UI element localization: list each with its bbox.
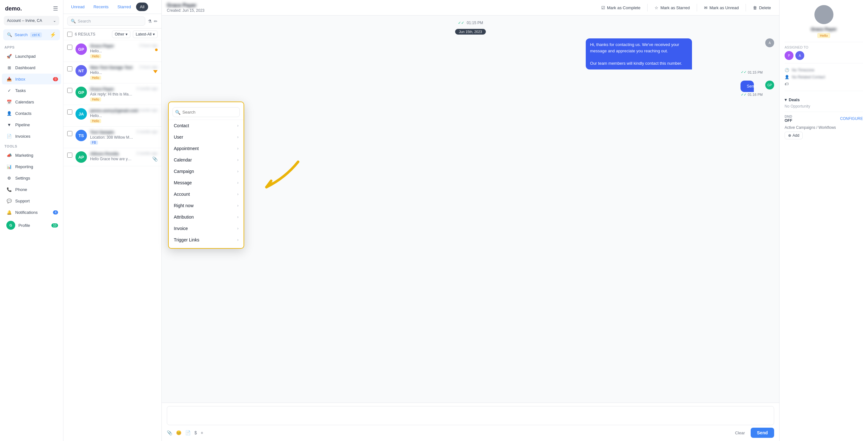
contacts-icon: 👤 [6, 110, 12, 116]
date-badge: Jun 15th, 2023 [455, 29, 486, 35]
conv-checkbox[interactable] [67, 153, 72, 158]
add-campaign-btn[interactable]: ⊕ Add [784, 132, 803, 139]
dropdown-search-input[interactable] [173, 107, 240, 117]
search-bar: 🔍 Search ⚗ ✏ [63, 14, 161, 29]
dropdown-item-message[interactable]: Message › [169, 177, 244, 188]
timezone-icon: 🕐 [784, 68, 789, 72]
avatar: G [6, 221, 15, 230]
sidebar-item-settings[interactable]: ⚙ Settings [2, 173, 61, 183]
chevron-right-icon: › [237, 158, 239, 162]
calendar-icon: 📅 [6, 99, 12, 105]
sidebar-item-pipeline[interactable]: ▼ Pipeline [2, 119, 61, 130]
search-icon: 🔍 [71, 19, 76, 24]
tab-all[interactable]: All [136, 3, 148, 11]
contact-details-section: 🕐 No Timezone 👤 No Related Contact 🏷 [784, 63, 863, 91]
avatar: NT [75, 65, 87, 77]
dropdown-item-calendar[interactable]: Calendar › [169, 154, 244, 166]
sidebar-item-calendars[interactable]: 📅 Calendars [2, 96, 61, 107]
send-btn[interactable]: Send [751, 428, 774, 438]
tab-starred[interactable]: Starred [114, 3, 135, 11]
inbox-icon: 📥 [6, 76, 12, 82]
tab-unread[interactable]: Unread [67, 3, 89, 11]
conv-checkbox[interactable] [67, 131, 72, 136]
sidebar-item-contacts[interactable]: 👤 Contacts [2, 108, 61, 119]
chat-input-box[interactable] [167, 406, 774, 425]
campaigns-section: Active Campaigns / Workflows ⊕ Add [784, 125, 863, 139]
conv-meta: 2 months ago [136, 108, 158, 112]
message-row: Hi, thanks for contacting us. We've rece… [167, 38, 774, 74]
mark-starred-btn[interactable]: ☆ Mark as Starred [651, 3, 693, 12]
dropdown-item-rightnow[interactable]: Right now › [169, 200, 244, 211]
list-item[interactable]: GP Grace Payer Ask reply: Hi this is May… [63, 83, 161, 105]
dropdown-item-appointment[interactable]: Appointment › [169, 143, 244, 154]
conv-content: james.avery@gmail.com Hello... Hello [90, 108, 133, 123]
dropdown-item-contact[interactable]: Contact › [169, 120, 244, 131]
chevron-right-icon: › [237, 180, 239, 185]
dollar-icon[interactable]: $ [194, 430, 197, 435]
sidebar-item-inbox[interactable]: 📥 Inbox 0 [2, 74, 61, 84]
filter-other-btn[interactable]: Other ▾ [112, 30, 130, 38]
list-item[interactable]: TS Test Sample Location: 308 Willow May … [63, 126, 161, 148]
dropdown-item-trigger-links[interactable]: Trigger Links › [169, 234, 244, 245]
dropdown-item-campaign[interactable]: Campaign › [169, 166, 244, 177]
configure-link[interactable]: CONFIGURE [840, 116, 863, 121]
avatar: A [765, 38, 774, 47]
attachment-icon[interactable]: 📎 [167, 430, 172, 435]
plus-icon[interactable]: + [201, 430, 203, 435]
conv-tag: Hello [90, 76, 101, 80]
conv-checkbox[interactable] [67, 66, 72, 71]
assigned-section: ASSIGNED TO P A [784, 42, 863, 63]
delete-btn[interactable]: 🗑 Delete [750, 3, 774, 12]
related-contact-value: No Related Contact [792, 75, 825, 79]
conv-checkbox[interactable] [67, 45, 72, 50]
dnd-info: DND OFF [784, 115, 792, 123]
avatar: P [784, 51, 794, 60]
sidebar-search-btn[interactable]: 🔍 Search ctrl K ⚡ [3, 29, 60, 40]
filter-icon[interactable]: ⚗ [148, 19, 152, 24]
sidebar-item-marketing[interactable]: 📣 Marketing [2, 150, 61, 160]
sidebar-item-notifications[interactable]: 🔔 Notifications 4 [2, 207, 61, 218]
dropdown-item-invoice[interactable]: Invoice › [169, 223, 244, 234]
info-row-tags: 🏷 [784, 81, 863, 88]
document-icon[interactable]: 📄 [185, 430, 191, 435]
tab-recents[interactable]: Recents [90, 3, 113, 11]
chevron-right-icon: › [237, 123, 239, 128]
conv-time: 2 hours ago [139, 65, 158, 69]
mark-unread-btn[interactable]: ✉ Mark as Unread [701, 3, 742, 12]
sidebar-item-phone[interactable]: 📞 Phone [2, 184, 61, 195]
sidebar-item-tasks[interactable]: ✓ Tasks [2, 85, 61, 96]
conv-checkbox[interactable] [67, 110, 72, 115]
conv-checkbox[interactable] [67, 88, 72, 93]
dropdown-item-account[interactable]: Account › [169, 188, 244, 200]
support-icon: 💬 [6, 198, 12, 204]
select-all-checkbox[interactable] [67, 32, 72, 37]
dropdown-item-user[interactable]: User › [169, 131, 244, 143]
flagged-icon [153, 70, 158, 73]
sidebar-item-invoices[interactable]: 📄 Invoices [2, 131, 61, 142]
conv-time: 2 months ago [136, 151, 158, 155]
dropdown-item-attribution[interactable]: Attribution › [169, 211, 244, 223]
edit-icon[interactable]: ✏ [154, 19, 158, 24]
emoji-icon[interactable]: 😊 [176, 430, 181, 435]
avatar: GP [75, 43, 87, 55]
hamburger-icon[interactable]: ☰ [53, 5, 58, 12]
conv-time: 2 months ago [136, 87, 158, 90]
sidebar-item-launchpad[interactable]: 🚀 Launchpad [2, 51, 61, 62]
sidebar-item-profile[interactable]: G Profile 10 [2, 218, 61, 232]
mark-complete-btn[interactable]: ☑ Mark as Complete [598, 3, 644, 12]
sidebar-item-reporting[interactable]: 📊 Reporting [2, 161, 61, 172]
list-item[interactable]: JA james.avery@gmail.com Hello... Hello … [63, 105, 161, 126]
list-item[interactable]: GP Grace Payer Hello... Hello 2 hours ag… [63, 40, 161, 62]
filter-latest-btn[interactable]: Latest-All ▾ [133, 30, 158, 38]
account-selector[interactable]: Account -- Irvine, CA ⌄ [4, 16, 59, 25]
conv-preview: Hello... [90, 114, 133, 118]
chat-header: Grace Payer Created: Jun 15, 2023 ☑ Mark… [162, 0, 779, 16]
notifications-badge: 4 [53, 210, 58, 214]
contact-avatar [814, 5, 833, 24]
sidebar-item-dashboard[interactable]: ⊞ Dashboard [2, 62, 61, 73]
sidebar-item-support[interactable]: 💬 Support [2, 196, 61, 206]
search-input[interactable]: 🔍 Search [67, 17, 145, 26]
list-item[interactable]: AP Allison Porella Hello Grace how are y… [63, 148, 161, 166]
clear-btn[interactable]: Clear [732, 429, 748, 437]
list-item[interactable]: NT New Test Garage Test Hello... Hello 2… [63, 62, 161, 83]
